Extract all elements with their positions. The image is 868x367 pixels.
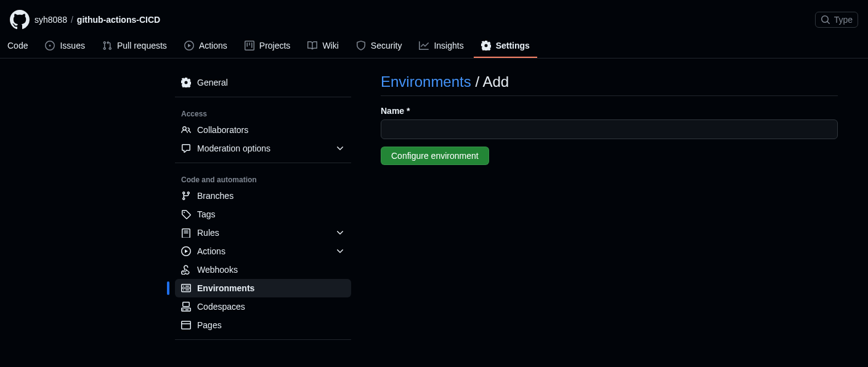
tab-wiki[interactable]: Wiki [300,34,346,58]
security-icon [356,41,366,50]
sidebar-item-rules[interactable]: Rules [175,224,351,242]
tab-issues[interactable]: Issues [38,34,92,58]
header: syh8088 / github-actions-CICD Type [0,0,868,34]
tab-projects[interactable]: Projects [237,34,298,58]
sidebar-item-collaborators[interactable]: Collaborators [175,121,351,139]
tab-label: Wiki [322,41,338,50]
tab-insights[interactable]: Insights [412,34,471,58]
sidebar-item-label: Moderation options [197,143,270,153]
environments-link[interactable]: Environments [381,73,471,90]
sidebar-section-access: Access [175,105,351,121]
search-box[interactable]: Type [815,12,858,28]
search-icon [821,15,830,25]
settings-icon [481,41,491,50]
tab-settings[interactable]: Settings [474,34,537,58]
tab-label: Issues [60,41,84,50]
tab-security[interactable]: Security [349,34,410,58]
sidebar-item-label: Pages [197,320,222,330]
sidebar-item-webhooks[interactable]: Webhooks [175,260,351,279]
main-content: Environments / Add Name * Configure envi… [366,73,853,345]
configure-environment-button[interactable]: Configure environment [381,147,489,165]
page-title: Environments / Add [381,73,838,96]
breadcrumb: syh8088 / github-actions-CICD [34,15,160,25]
name-input[interactable] [381,119,838,139]
wiki-icon [307,41,317,50]
sidebar-item-actions[interactable]: Actions [175,242,351,260]
name-label: Name * [381,106,838,116]
chevron-down-icon [335,228,345,238]
tab-label: Settings [496,41,530,50]
sidebar-divider [175,97,351,97]
tag-icon [181,209,191,219]
actions-icon [184,41,194,50]
insights-icon [419,41,429,50]
sidebar-item-label: Environments [197,283,254,293]
webhook-icon [181,265,191,275]
sidebar-item-moderation[interactable]: Moderation options [175,139,351,158]
browser-icon [181,320,191,330]
people-icon [181,125,191,135]
sidebar-item-environments[interactable]: Environments [175,279,351,297]
sidebar-item-general[interactable]: General [175,73,351,92]
tab-label: Pull requests [117,41,167,50]
gear-icon [181,78,191,87]
sidebar-item-label: Branches [197,191,233,201]
tab-pull-requests[interactable]: Pull requests [95,34,174,58]
play-icon [181,246,191,256]
sidebar-item-branches[interactable]: Branches [175,187,351,205]
sidebar-item-label: Codespaces [197,302,245,312]
sidebar-item-label: Tags [197,209,216,219]
sidebar-divider [175,163,351,163]
pull-request-icon [102,41,112,50]
chevron-down-icon [335,246,345,256]
projects-icon [245,41,254,50]
sidebar-item-codespaces[interactable]: Codespaces [175,297,351,316]
tab-label: Actions [199,41,227,50]
repo-link[interactable]: github-actions-CICD [77,15,160,25]
issues-icon [45,41,55,50]
breadcrumb-separator: / [71,15,73,25]
server-icon [181,283,191,293]
sidebar-item-label: Collaborators [197,125,248,135]
sidebar-section-code: Code and automation [175,171,351,187]
title-separator: / [475,73,482,90]
tab-label: Security [371,41,402,50]
sidebar-item-label: Actions [197,246,225,256]
tab-code[interactable]: Code [0,34,35,58]
rules-icon [181,228,191,238]
owner-link[interactable]: syh8088 [34,15,67,25]
sidebar-item-pages[interactable]: Pages [175,316,351,334]
tab-label: Projects [259,41,291,50]
github-logo[interactable] [10,10,30,30]
tab-label: Insights [434,41,463,50]
sidebar-item-tags[interactable]: Tags [175,205,351,224]
tab-label: Code [7,41,28,50]
sidebar-item-label: Rules [197,228,219,238]
sidebar-item-label: Webhooks [197,265,238,275]
main-container: General Access Collaborators Moderation … [0,58,868,345]
chevron-down-icon [335,143,345,153]
branch-icon [181,191,191,201]
comment-icon [181,143,191,153]
add-text: Add [482,73,509,90]
settings-sidebar: General Access Collaborators Moderation … [175,73,366,345]
tab-actions[interactable]: Actions [177,34,235,58]
repo-tabs: Code Issues Pull requests Actions Projec… [0,34,868,58]
sidebar-divider [175,339,351,340]
sidebar-item-label: General [197,78,228,87]
search-placeholder: Type [834,15,853,25]
codespaces-icon [181,302,191,312]
